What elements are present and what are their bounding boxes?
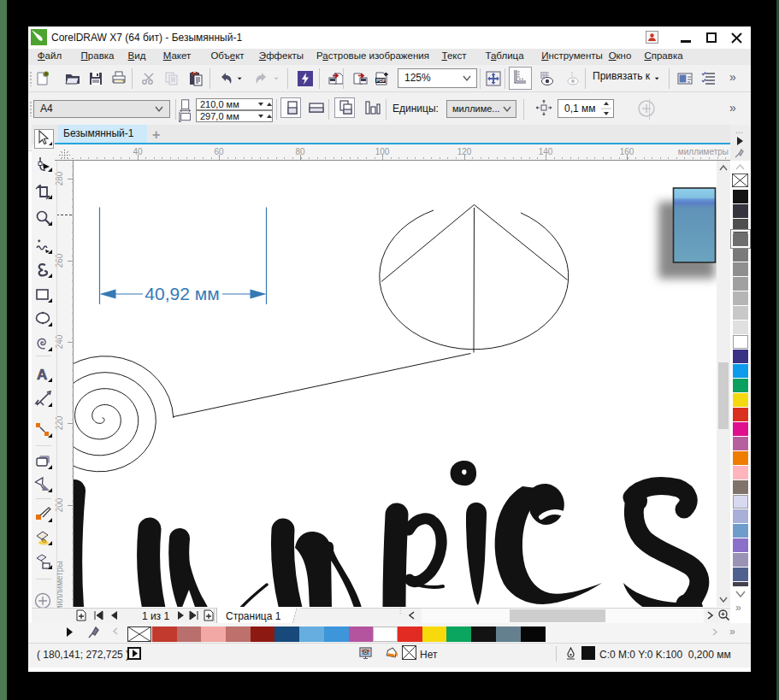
svg-text:A: A (37, 367, 47, 383)
svg-text:PDF: PDF (376, 78, 387, 83)
svg-text:40,92 мм: 40,92 мм (145, 284, 219, 303)
